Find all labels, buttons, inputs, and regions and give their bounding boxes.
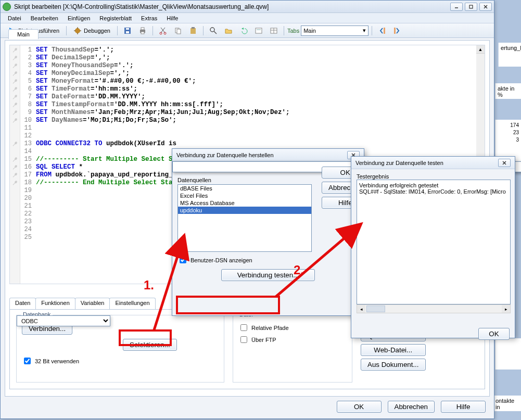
print-icon[interactable] [136,25,149,36]
svg-rect-22 [190,28,196,34]
menu-hilfe[interactable]: Hilfe [162,14,182,22]
web-file-button[interactable]: Web-Datei... [361,344,426,356]
menubar: Datei Bearbeiten Einfügen Registerblatt … [1,13,494,23]
result-label: Testergebnis [357,173,510,180]
bg-fragment: ertung_E [498,43,521,67]
test-result-dialog: Verbindung zur Datenquelle testen Tester… [351,156,515,338]
menu-extras[interactable]: Extras [137,14,161,22]
paste-icon[interactable] [186,25,200,36]
bg-fragment: ontakte in [493,396,521,411]
scroll-right-icon[interactable]: ▸ [502,305,510,313]
svg-rect-1 [469,5,473,8]
toolbar: Skript ausführen Debuggen Tabs Main ▾ [1,23,494,38]
svg-rect-15 [141,32,144,34]
tab-einstellungen[interactable]: Einstellungen [109,298,155,309]
tabs-label: Tabs [287,28,299,34]
dlg2-ok-button[interactable]: OK [478,328,510,340]
use-32bit-checkbox[interactable]: 32 Bit verwenden [22,356,219,366]
menu-datei[interactable]: Datei [4,14,26,22]
scroll-left-icon[interactable]: ◂ [357,305,365,313]
svg-line-25 [214,31,217,34]
datasource-list[interactable]: dBASE FilesExcel FilesMS Access Database… [177,184,312,252]
over-ftp-checkbox[interactable]: Über FTP [238,335,347,345]
app-icon [3,3,11,11]
footer-help-button[interactable]: Hilfe [441,401,486,413]
menu-einfuegen[interactable]: Einfügen [63,14,94,22]
dialog-titlebar[interactable]: Verbindung zur Datenquelle testen [351,157,515,169]
svg-point-24 [210,28,214,32]
editor-tab-main[interactable]: Main [8,29,39,39]
result-hscroll[interactable]: ◂ ▸ [357,304,511,313]
svg-rect-21 [177,29,181,34]
datasource-item[interactable]: dBASE Files [178,185,311,192]
tab-funktionen[interactable]: Funktionen [35,298,75,309]
footer-buttons: OK Abbrechen Hilfe [1,401,494,414]
svg-marker-26 [242,28,244,30]
table-icon[interactable] [267,25,281,36]
scroll-thumb[interactable] [366,306,385,312]
tab-daten[interactable]: Daten [9,298,36,309]
relative-paths-checkbox[interactable]: Relative Pfade [238,323,347,333]
undo-icon[interactable] [237,25,250,36]
search-icon[interactable] [207,25,220,36]
tabs-combo[interactable]: Main ▾ [301,26,368,36]
result-textbox[interactable]: Verbindung erfolgreich getestet SQL##f -… [357,180,511,304]
scroll-up-icon[interactable]: ▲ [476,45,485,54]
menu-registerblatt[interactable]: Registerblatt [95,14,136,22]
bg-fragment: akte in % [495,83,521,99]
datasource-item[interactable]: upddoku [178,207,311,214]
cut-icon[interactable] [156,25,170,36]
prev-tab-icon[interactable] [375,25,389,36]
show-user-dsn-checkbox[interactable]: Benutzer-DSN anzeigen [177,255,359,265]
include-icon[interactable] [252,25,265,36]
close-icon[interactable] [498,159,511,167]
from-document-button[interactable]: Aus Dokument... [361,359,426,371]
footer-ok-button[interactable]: OK [337,401,382,413]
bg-fragment: 174233 [495,120,521,161]
svg-point-5 [75,28,80,33]
open-folder-icon[interactable] [222,25,235,36]
db-type-select[interactable]: ODBC [17,315,110,326]
select-button[interactable]: Selektieren... [123,339,177,351]
datasource-item[interactable]: MS Access Database [178,199,311,207]
titlebar[interactable]: Skript bearbeiten [X:\QM-Controlling\Sta… [1,1,494,13]
svg-rect-14 [141,28,144,30]
debug-button[interactable]: Debuggen [70,25,114,36]
next-tab-icon[interactable] [390,25,404,36]
chevron-down-icon: ▾ [363,27,366,34]
svg-rect-32 [384,28,385,34]
group-file: Datei Relative Pfade Über FTP [233,315,352,383]
svg-rect-11 [126,31,129,33]
dialog-titlebar[interactable]: Verbindung zur Datenquelle herstellen [172,149,364,161]
svg-rect-27 [256,28,262,33]
menu-bearbeiten[interactable]: Bearbeiten [27,14,62,22]
minimize-button[interactable] [450,3,463,11]
svg-rect-12 [126,28,129,30]
maximize-button[interactable] [465,3,477,11]
save-icon[interactable] [121,25,134,36]
copy-icon[interactable] [171,25,185,36]
svg-rect-33 [394,28,396,34]
group-database: Datenbank ODBC Verbinden... Selektieren.… [16,315,224,383]
tab-variablen[interactable]: Variablen [75,298,110,309]
datasource-item[interactable]: Excel Files [178,192,311,199]
footer-cancel-button[interactable]: Abbrechen [388,401,435,413]
svg-rect-23 [192,27,195,29]
test-connection-button[interactable]: Verbindung testen... [221,269,315,281]
window-title: Skript bearbeiten [X:\QM-Controlling\Sta… [14,3,447,10]
close-button[interactable] [479,3,492,11]
